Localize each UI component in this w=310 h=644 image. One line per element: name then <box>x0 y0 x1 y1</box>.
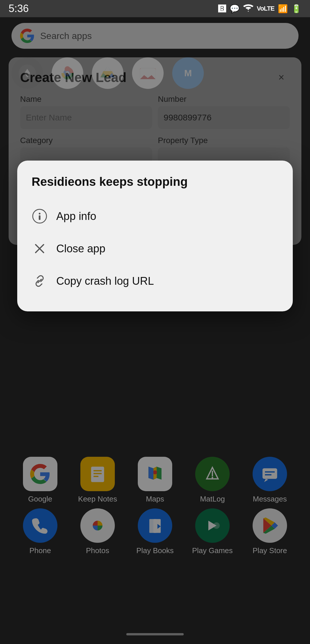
svg-rect-17 <box>39 215 40 220</box>
app-info-option[interactable]: App info <box>32 200 278 233</box>
copy-crash-log-label: Copy crash log URL <box>56 275 154 287</box>
info-icon <box>32 208 48 224</box>
close-app-option[interactable]: Close app <box>32 233 278 265</box>
chat-icon: 💬 <box>230 4 240 13</box>
crash-dialog: Residieons keeps stopping App info Close… <box>17 161 293 311</box>
copy-crash-log-option[interactable]: Copy crash log URL <box>32 265 278 297</box>
b-icon: 🅱 <box>218 4 226 13</box>
svg-point-16 <box>39 213 40 214</box>
battery-icon: 🔋 <box>291 4 301 13</box>
status-time: 5:36 <box>9 3 29 15</box>
close-app-label: Close app <box>56 243 105 255</box>
link-icon <box>32 273 48 289</box>
wifi-icon <box>243 4 253 14</box>
crash-dialog-title: Residieons keeps stopping <box>32 175 278 189</box>
status-bar: 5:36 🅱 💬 VoLTE 📶 🔋 <box>0 0 310 17</box>
app-info-label: App info <box>56 210 96 223</box>
volte-icon: VoLTE <box>257 5 274 12</box>
overlay-dim <box>0 0 310 644</box>
status-icons: 🅱 💬 VoLTE 📶 🔋 <box>218 4 301 14</box>
signal-icon: 📶 <box>278 4 288 13</box>
close-x-icon <box>32 241 48 257</box>
